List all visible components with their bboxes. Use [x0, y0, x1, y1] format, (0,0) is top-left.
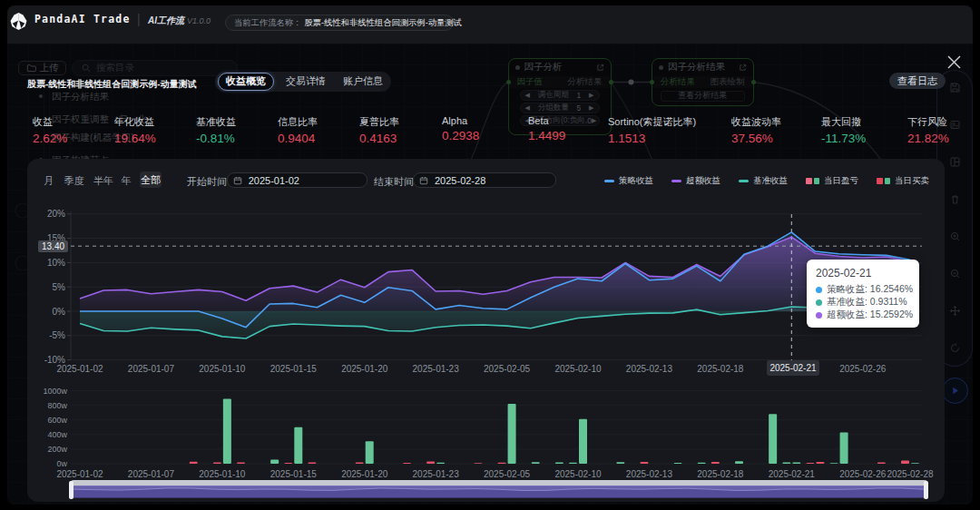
stat-value: -0.81%: [196, 132, 236, 145]
stat-label: 收益: [33, 115, 67, 129]
page-root: 上传 搜索目录 因子分析结果因子权重调整（归一化）因子构建(机器学习)因子构建节…: [7, 5, 973, 505]
view-log-button[interactable]: 查看日志: [889, 73, 946, 89]
axis-label: 2025-01-02: [56, 364, 103, 374]
axis-label: 2025-01-23: [413, 469, 460, 479]
daily-bar: [366, 441, 374, 464]
datazoom-wave: [73, 485, 926, 491]
brand-name: PandaAI Trade: [34, 13, 131, 25]
stat-收益波动率: 收益波动率37.56%: [731, 115, 781, 145]
axis-label: 600w: [47, 416, 67, 425]
axis-label: -5%: [49, 330, 65, 340]
daily-bar: [711, 462, 720, 464]
daily-bar: [294, 427, 302, 464]
crosshair-date-label: 2025-02-21: [767, 360, 819, 376]
tooltip-series-text: 策略收益: 16.2546%: [827, 283, 913, 296]
axis-label: 2025-02-26: [839, 364, 887, 374]
stat-value: 2.62%: [33, 132, 67, 145]
stat-Beta: Beta1.4499: [528, 115, 565, 142]
stat-value: -11.73%: [821, 132, 866, 145]
tooltip-series-text: 超额收益: 15.2592%: [827, 309, 913, 321]
daily-bar: [223, 398, 231, 464]
panda-logo-icon: [9, 12, 28, 31]
daily-bar: [616, 462, 624, 464]
returns-chart: 20%15%10%5%0%-5%-10%2025-01-022025-01-07…: [27, 159, 945, 502]
product-name: AI工作流: [148, 15, 184, 27]
current-workflow-pill: 当前工作流名称： 股票-线性和非线性组合回测示例-动量测试: [225, 15, 454, 31]
daily-bar: [579, 419, 587, 464]
datazoom-slider[interactable]: [73, 485, 926, 498]
axis-label: 2025-01-20: [341, 469, 388, 479]
axis-label: 2025-02-05: [484, 469, 531, 479]
tooltip-rows: 策略收益: 16.2546%基准收益: 0.9311%超额收益: 15.2592…: [816, 283, 919, 321]
app-window: 上传 搜索目录 因子分析结果因子权重调整（归一化）因子构建(机器学习)因子构建节…: [7, 5, 973, 505]
tooltip-series-dot: [816, 299, 822, 306]
tooltip-row: 超额收益: 15.2592%: [816, 309, 919, 321]
daily-bar: [237, 462, 245, 464]
product-version: V1.0.0: [187, 16, 211, 25]
stat-label: 下行风险: [907, 115, 949, 129]
daily-bar: [792, 463, 800, 464]
axis-label: 2025-01-23: [413, 364, 460, 374]
axis-label: 2025-02-21: [769, 469, 816, 479]
datazoom-handle-left[interactable]: [69, 481, 74, 499]
axis-label: 20%: [47, 209, 65, 219]
axis-label: 2025-02-18: [697, 364, 744, 374]
stat-label: 基准收益: [196, 115, 236, 129]
stat-下行风险: 下行风险21.82%: [907, 115, 949, 145]
stat-label: Sortino(索提诺比率): [608, 115, 696, 129]
tooltip-series-text: 基准收益: 0.9311%: [827, 296, 907, 309]
axis-label: 2025-02-13: [626, 469, 673, 479]
daily-bar: [190, 462, 198, 464]
tab-account-info[interactable]: 账户信息: [343, 72, 383, 92]
daily-bar: [213, 463, 221, 464]
axis-label: 1000w: [43, 387, 67, 396]
stat-收益: 收益2.62%: [33, 115, 67, 145]
daily-bar: [698, 463, 706, 464]
axis-label: 2025-01-15: [270, 469, 318, 479]
stat-value: 1.1513: [608, 132, 696, 145]
axis-label: 0w: [56, 459, 67, 468]
daily-bar: [769, 414, 777, 464]
stat-label: 年化收益: [114, 115, 156, 129]
tooltip-date: 2025-02-21: [816, 267, 919, 280]
daily-bar: [532, 462, 540, 464]
stat-年化收益: 年化收益19.64%: [114, 115, 156, 145]
daily-bar: [840, 432, 848, 464]
axis-label: 5%: [53, 282, 66, 292]
axis-label: 2025-02-18: [697, 469, 744, 479]
chart-primitive: [80, 237, 910, 311]
tooltip-series-dot: [816, 312, 822, 319]
stat-Alpha: Alpha0.2938: [442, 115, 479, 142]
tab-trade-details[interactable]: 交易详情: [286, 72, 326, 92]
daily-bar: [806, 463, 814, 464]
stat-基准收益: 基准收益-0.81%: [196, 115, 236, 145]
daily-bar: [474, 463, 482, 464]
stat-最大回撤: 最大回撤-11.73%: [821, 115, 866, 145]
axis-label: 2025-02-26: [839, 469, 887, 479]
stat-value: 37.56%: [731, 132, 781, 145]
stat-label: Alpha: [442, 115, 479, 126]
daily-bar: [735, 461, 743, 464]
datazoom-handle-right[interactable]: [924, 481, 928, 499]
stat-label: 最大回撤: [821, 115, 866, 129]
stat-value: 21.82%: [907, 132, 949, 145]
axis-label: 2025-02-05: [484, 364, 531, 374]
daily-bar: [674, 463, 682, 464]
modal-title: 股票-线性和非线性组合回测示例-动量测试: [27, 78, 197, 91]
stat-value: 0.4163: [359, 132, 399, 145]
daily-bar: [356, 462, 364, 464]
axis-label: 2025-01-02: [56, 469, 103, 479]
tooltip-row: 策略收益: 16.2546%: [816, 283, 919, 296]
daily-bar: [901, 461, 909, 464]
stat-信息比率: 信息比率0.9404: [278, 115, 318, 145]
close-icon[interactable]: [946, 54, 962, 70]
daily-bar: [308, 463, 316, 464]
tab-revenue-overview[interactable]: 收益概览: [218, 73, 274, 92]
stat-value: 0.2938: [442, 129, 479, 142]
chart-tooltip: 2025-02-21 策略收益: 16.2546%基准收益: 0.9311%超额…: [807, 260, 919, 328]
stat-label: 信息比率: [278, 115, 318, 129]
axis-label: 2025-02-28: [887, 469, 934, 479]
daily-bar: [555, 462, 564, 464]
axis-label: 2025-01-10: [199, 469, 246, 479]
daily-bar: [569, 463, 577, 464]
